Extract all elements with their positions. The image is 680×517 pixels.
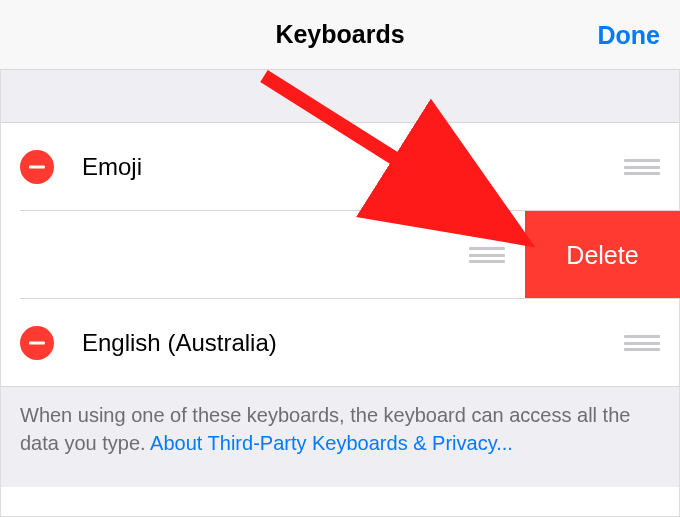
- keyboard-row-emoji[interactable]: Emoji: [0, 123, 680, 211]
- page-title: Keyboards: [275, 20, 404, 49]
- row-divider: [0, 386, 680, 387]
- remove-icon[interactable]: [20, 326, 54, 360]
- keyboard-name: Emoji: [82, 152, 614, 182]
- keyboard-name: oard: [0, 228, 459, 258]
- drag-handle-icon[interactable]: [624, 159, 660, 175]
- keyboard-subtitle: tiple languages: [0, 258, 459, 283]
- drag-handle-icon[interactable]: [469, 247, 505, 263]
- keyboard-list: Emoji oard tiple languages Delete Englis…: [0, 123, 680, 387]
- remove-icon[interactable]: [20, 150, 54, 184]
- done-button[interactable]: Done: [598, 20, 661, 49]
- navigation-bar: Keyboards Done: [0, 0, 680, 70]
- delete-button[interactable]: Delete: [525, 211, 680, 299]
- row-text: oard tiple languages: [0, 228, 459, 283]
- keyboard-row-swiped[interactable]: oard tiple languages Delete: [0, 211, 680, 299]
- row-text: English (Australia): [82, 328, 614, 358]
- drag-handle-icon[interactable]: [624, 335, 660, 351]
- keyboard-name: English (Australia): [82, 328, 614, 358]
- keyboard-row-english[interactable]: English (Australia): [0, 299, 680, 387]
- row-text: Emoji: [82, 152, 614, 182]
